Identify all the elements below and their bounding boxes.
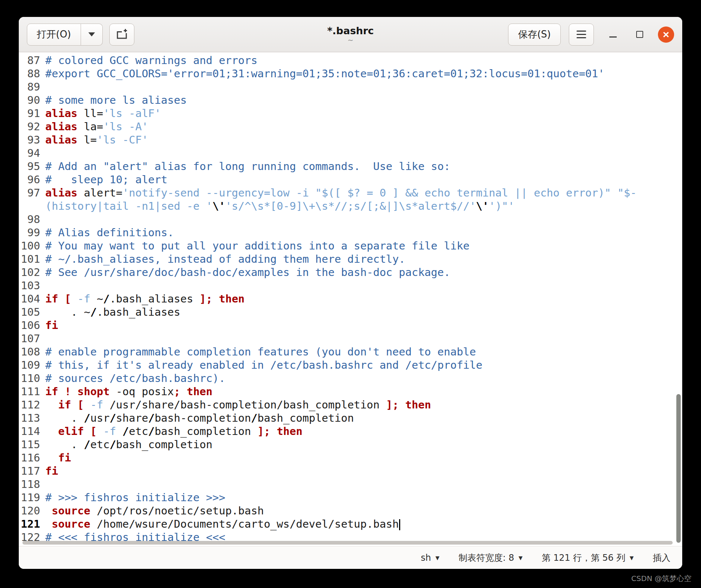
- line-number: 91: [19, 107, 40, 120]
- line-number: 117: [19, 464, 40, 478]
- code-line: 95# Add an "alert" alias for long runnin…: [19, 160, 682, 173]
- line-number: 119: [19, 491, 40, 504]
- code-line: 96# sleep 10; alert: [19, 173, 682, 186]
- tab-width-label: 制表符宽度: 8: [459, 552, 514, 564]
- code-line: 97alias alert='notify-send --urgency=low…: [19, 186, 682, 199]
- line-number: 100: [19, 239, 40, 252]
- line-number: 95: [19, 160, 40, 173]
- statusbar: sh ▼ 制表符宽度: 8 ▼ 第 121 行，第 56 列 ▼ 插入: [19, 546, 682, 569]
- code-text: #export GCC_COLORS='error=01;31:warning=…: [45, 67, 605, 80]
- code-line: 119# >>> fishros initialize >>>: [19, 491, 682, 504]
- text-cursor: [399, 519, 400, 530]
- code-text: if [ -f ~/.bash_aliases ]; then: [45, 292, 244, 305]
- maximize-icon: [636, 31, 643, 38]
- chevron-down-icon: [88, 32, 95, 36]
- open-button[interactable]: 打开(O): [27, 24, 81, 46]
- editor-window: 打开(O) *.bashrc ~ 保存(S): [19, 17, 682, 569]
- code-text: # some more ls aliases: [45, 93, 187, 107]
- chevron-down-icon: ▼: [436, 555, 440, 561]
- line-number: 103: [19, 279, 40, 292]
- code-line: 105 . ~/.bash_aliases: [19, 305, 682, 319]
- editor[interactable]: 87# colored GCC warnings and errors88#ex…: [19, 52, 682, 546]
- window-controls: ×: [605, 26, 674, 43]
- code-line: 99# Alias definitions.: [19, 226, 682, 239]
- code-line: 94: [19, 146, 682, 160]
- code-text: if [ -f /usr/share/bash-completion/bash_…: [45, 398, 431, 411]
- code-text: # ~/.bash_aliases, instead of adding the…: [45, 252, 405, 266]
- code-text: # sleep 10; alert: [45, 173, 168, 186]
- code-line: 111if ! shopt -oq posix; then: [19, 385, 682, 398]
- line-number: 94: [19, 146, 40, 160]
- headerbar: 打开(O) *.bashrc ~ 保存(S): [19, 17, 682, 52]
- line-number: 120: [19, 504, 40, 517]
- cursor-position-selector[interactable]: 第 121 行，第 56 列 ▼: [542, 552, 634, 564]
- line-number: 92: [19, 120, 40, 133]
- open-dropdown-button[interactable]: [81, 24, 103, 46]
- code-line: 93alias l='ls -CF': [19, 133, 682, 146]
- code-line: 100# You may want to put all your additi…: [19, 239, 682, 252]
- code-line: 114 elif [ -f /etc/bash_completion ]; th…: [19, 425, 682, 438]
- line-number: 121: [19, 517, 40, 531]
- code-text: . ~/.bash_aliases: [45, 305, 180, 319]
- new-tab-button[interactable]: [109, 24, 134, 46]
- code-text: fi: [45, 319, 58, 332]
- close-icon: ×: [663, 29, 669, 40]
- code-line: 110# sources /etc/bash.bashrc).: [19, 372, 682, 385]
- vertical-scrollbar[interactable]: [676, 394, 681, 543]
- line-number: 108: [19, 345, 40, 358]
- line-number: 106: [19, 319, 40, 332]
- code-text: . /usr/share/bash-completion/bash_comple…: [45, 411, 354, 425]
- code-line: 106fi: [19, 319, 682, 332]
- code-line: 121 source /home/wsure/Documents/carto_w…: [19, 517, 682, 531]
- line-number: 87: [19, 54, 40, 67]
- code-line: (history|tail -n1|sed -e '\''s/^\s*[0-9]…: [19, 199, 682, 213]
- code-text: source /opt/ros/noetic/setup.bash: [45, 504, 264, 517]
- insert-mode-label: 插入: [653, 552, 670, 564]
- horizontal-scrollbar[interactable]: [22, 541, 673, 545]
- line-number: 109: [19, 358, 40, 372]
- save-button[interactable]: 保存(S): [508, 24, 561, 46]
- language-label: sh: [421, 553, 431, 563]
- code-line: 107: [19, 332, 682, 345]
- line-number: 116: [19, 451, 40, 464]
- insert-mode-indicator[interactable]: 插入: [653, 552, 670, 564]
- line-number: 88: [19, 67, 40, 80]
- minimize-button[interactable]: [605, 26, 621, 43]
- code-text: alias alert='notify-send --urgency=low -…: [45, 186, 637, 199]
- close-button[interactable]: ×: [658, 26, 674, 43]
- code-line: 89: [19, 80, 682, 93]
- code-text: # You may want to put all your additions…: [45, 239, 469, 252]
- code-line: 90# some more ls aliases: [19, 93, 682, 107]
- line-number: 110: [19, 372, 40, 385]
- code-line: 113 . /usr/share/bash-completion/bash_co…: [19, 411, 682, 425]
- code-line: 117fi: [19, 464, 682, 478]
- code-text: source /home/wsure/Documents/carto_ws/de…: [45, 517, 400, 531]
- code-text: fi: [45, 464, 58, 478]
- line-number: 105: [19, 305, 40, 319]
- maximize-button[interactable]: [631, 26, 648, 43]
- line-number: 113: [19, 411, 40, 425]
- line-number: 101: [19, 252, 40, 266]
- cursor-position-label: 第 121 行，第 56 列: [542, 552, 625, 564]
- line-number: [19, 199, 40, 213]
- line-number: 118: [19, 478, 40, 491]
- code-line: 109# this, if it's already enabled in /e…: [19, 358, 682, 372]
- code-line: 112 if [ -f /usr/share/bash-completion/b…: [19, 398, 682, 411]
- window-subtitle: ~: [327, 36, 374, 44]
- code-text: # See /usr/share/doc/bash-doc/examples i…: [45, 266, 450, 279]
- menu-button[interactable]: [569, 24, 594, 46]
- code-text: # sources /etc/bash.bashrc).: [45, 372, 225, 385]
- line-number: 99: [19, 226, 40, 239]
- code-text: alias la='ls -A': [45, 120, 148, 133]
- code-text: (history|tail -n1|sed -e '\''s/^\s*[0-9]…: [45, 199, 515, 213]
- line-number: 112: [19, 398, 40, 411]
- tab-width-selector[interactable]: 制表符宽度: 8 ▼: [459, 552, 523, 564]
- code-line: 87# colored GCC warnings and errors: [19, 54, 682, 67]
- code-line: 98: [19, 213, 682, 226]
- code-area[interactable]: 87# colored GCC warnings and errors88#ex…: [19, 54, 682, 544]
- watermark: CSDN @筑梦心空: [631, 574, 691, 584]
- new-tab-icon: [116, 29, 128, 40]
- language-selector[interactable]: sh ▼: [421, 553, 440, 563]
- code-line: 104if [ -f ~/.bash_aliases ]; then: [19, 292, 682, 305]
- code-text: # Add an "alert" alias for long running …: [45, 160, 450, 173]
